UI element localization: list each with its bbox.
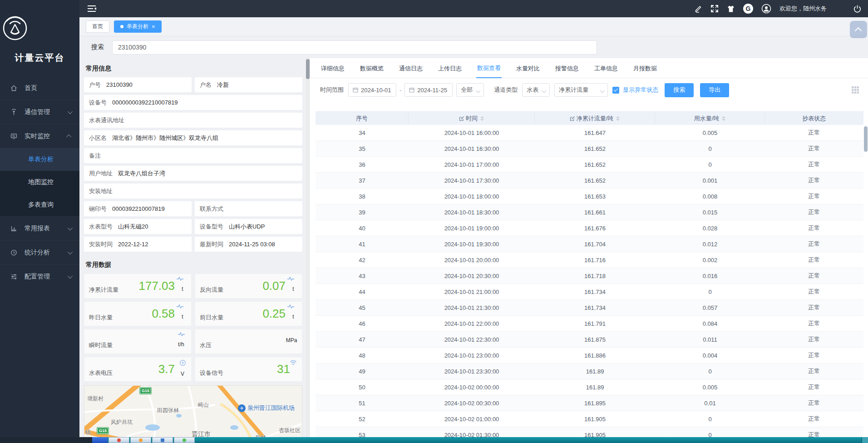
- collapse-sidebar-icon[interactable]: [87, 4, 97, 13]
- column-settings-icon[interactable]: [852, 86, 859, 94]
- table-row: 36 2024-10-01 17:00:00 161.652 0 正常: [316, 157, 863, 173]
- taskbar-start-button[interactable]: [92, 437, 108, 443]
- cell-net-total: 161.652: [535, 161, 656, 168]
- taskbar-app-button-1[interactable]: [108, 437, 129, 443]
- metric-unit: V: [177, 371, 188, 377]
- taskbar-left-segment: [0, 437, 92, 443]
- cell-status: 正常: [765, 367, 863, 375]
- field-value: 2024-11-25 03:08: [229, 241, 275, 248]
- airport-name: 泉州晋江国际机场: [247, 404, 295, 412]
- metric-unit: MPa: [284, 337, 299, 343]
- header-net-total[interactable]: 净累计流量/吨: [535, 112, 656, 125]
- cell-usage: 0.004: [655, 352, 764, 359]
- search-button[interactable]: 搜索: [665, 83, 694, 97]
- cell-net-total: 161.886: [535, 352, 656, 359]
- cell-status: 正常: [765, 399, 863, 407]
- metric-unit: t/h: [174, 341, 188, 348]
- sidebar-item-label: 通信管理: [25, 108, 50, 116]
- sidebar-item-statistics[interactable]: 统计分析: [0, 240, 79, 264]
- cell-status: 正常: [765, 192, 863, 200]
- tab-alarm-info[interactable]: 报警信息: [554, 59, 580, 78]
- realtime-submenu: 单表分析 地图监控 多表查询: [0, 148, 79, 216]
- sidebar-item-realtime-monitor[interactable]: 实时监控: [0, 124, 79, 148]
- header-usage[interactable]: 用水量/吨: [655, 112, 764, 125]
- page-tab-home[interactable]: 首页: [86, 20, 109, 33]
- metric-unit: t: [287, 314, 299, 320]
- channel-select[interactable]: 水表: [522, 83, 550, 97]
- cell-usage: 0: [655, 145, 764, 152]
- show-desktop-button[interactable]: [862, 437, 868, 443]
- edit-icon[interactable]: [694, 5, 702, 13]
- pulse-icon: [178, 332, 185, 336]
- field-label: 户号: [89, 81, 101, 89]
- tab-comm-log[interactable]: 通信日志: [398, 59, 424, 78]
- map-place-label: 塘新村: [87, 395, 104, 403]
- cell-usage: 0.005: [655, 384, 764, 391]
- cell-usage: 0.01: [655, 400, 764, 407]
- cell-status: 正常: [765, 351, 863, 359]
- date-to-input[interactable]: 2024-11-25: [404, 83, 453, 97]
- sort-icons[interactable]: [616, 116, 620, 121]
- tab-usage-compare[interactable]: 水量对比: [515, 59, 541, 78]
- bar-chart-icon: [10, 225, 18, 232]
- sidebar-item-configuration[interactable]: 配置管理: [0, 264, 79, 289]
- tab-detail-info[interactable]: 详细信息: [320, 59, 345, 78]
- show-abnormal-checkbox[interactable]: [612, 87, 619, 94]
- taskbar-app-button-2[interactable]: [130, 437, 151, 443]
- location-map[interactable]: 塘新村 田园张林 崎山 风炉吕坑 镇 晋江市 后林 杏坂社区 亳村 G15 G1…: [84, 385, 302, 437]
- header-status[interactable]: 抄表状态: [765, 112, 863, 125]
- sidebar-item-single-meter-analysis[interactable]: 单表分析: [0, 148, 79, 171]
- metric-label: 设备信号: [200, 369, 223, 377]
- table-row: 42 2024-10-01 20:00:00 161.716 0.002 正常: [316, 252, 863, 268]
- tab-data-overview[interactable]: 数据概览: [359, 59, 385, 78]
- left-panel-scrollbar-thumb[interactable]: [306, 59, 310, 79]
- taskbar-app-button-4[interactable]: [174, 437, 195, 443]
- header-seq[interactable]: 序号: [316, 112, 409, 125]
- map-place-label: 镇: [85, 428, 91, 436]
- tab-data-view[interactable]: 数据查看: [476, 58, 502, 78]
- sidebar-item-communication[interactable]: 通信管理: [0, 100, 79, 124]
- cell-time: 2024-10-01 16:30:00: [409, 145, 535, 152]
- chevron-down-icon: [68, 109, 73, 114]
- main-area: 首页 单表分析 × 搜索 常用信息 户号 23100390: [79, 17, 868, 437]
- app-title: 计量云平台: [0, 52, 79, 64]
- taskbar-app-button-3[interactable]: [152, 437, 173, 443]
- avatar-icon[interactable]: [761, 4, 771, 14]
- sidebar-item-multi-meter-query[interactable]: 多表查询: [0, 194, 79, 216]
- left-panel-scrollbar[interactable]: [306, 58, 310, 437]
- cell-net-total: 161.647: [535, 129, 656, 136]
- table-row: 37 2024-10-01 17:30:00 161.652 0.001 正常: [316, 173, 863, 189]
- tab-workorder-info[interactable]: 工单信息: [593, 59, 619, 78]
- sidebar-item-common-reports[interactable]: 常用报表: [0, 216, 79, 240]
- field-value: 山科小表UDP: [229, 223, 265, 231]
- export-button[interactable]: 导出: [700, 83, 729, 97]
- fullscreen-icon[interactable]: [710, 5, 719, 13]
- sidebar-item-home[interactable]: 首页: [0, 76, 79, 100]
- map-place-label: 田园张林: [157, 407, 179, 414]
- search-input[interactable]: [112, 40, 597, 55]
- table-scrollbar-thumb[interactable]: [864, 126, 868, 152]
- tab-upload-log[interactable]: 上传日志: [437, 59, 463, 78]
- sort-icons[interactable]: [722, 116, 725, 121]
- field-label: 最新时间: [200, 240, 223, 249]
- metric-select[interactable]: 净累计流量: [554, 83, 608, 97]
- clock-icon: [10, 249, 18, 256]
- back-to-top-button[interactable]: [850, 21, 867, 38]
- metric-label: 反向流量: [200, 286, 223, 294]
- close-tab-icon[interactable]: ×: [152, 24, 155, 30]
- tab-monthly-report[interactable]: 月报数据: [632, 59, 658, 78]
- g-language-icon[interactable]: G: [743, 4, 753, 14]
- field-seal-no: 钢印号 0000392210007819: [84, 201, 192, 216]
- power-icon[interactable]: [853, 5, 862, 13]
- cell-usage: 0: [655, 368, 764, 375]
- sort-icons[interactable]: [480, 116, 484, 121]
- sidebar-item-map-monitor[interactable]: 地图监控: [0, 171, 79, 194]
- cell-status: 正常: [765, 176, 863, 184]
- theme-shirt-icon[interactable]: [727, 5, 735, 13]
- date-from-input[interactable]: 2024-10-01: [348, 83, 396, 97]
- header-time[interactable]: 时间: [409, 112, 535, 125]
- metric-meter-voltage: 水表电压 3.7 V: [84, 357, 192, 382]
- page-tab-single-meter[interactable]: 单表分析 ×: [114, 20, 162, 33]
- table-row: 49 2024-10-01 23:30:00 161.89 0 正常: [316, 363, 863, 379]
- granularity-select[interactable]: 全部: [456, 83, 484, 97]
